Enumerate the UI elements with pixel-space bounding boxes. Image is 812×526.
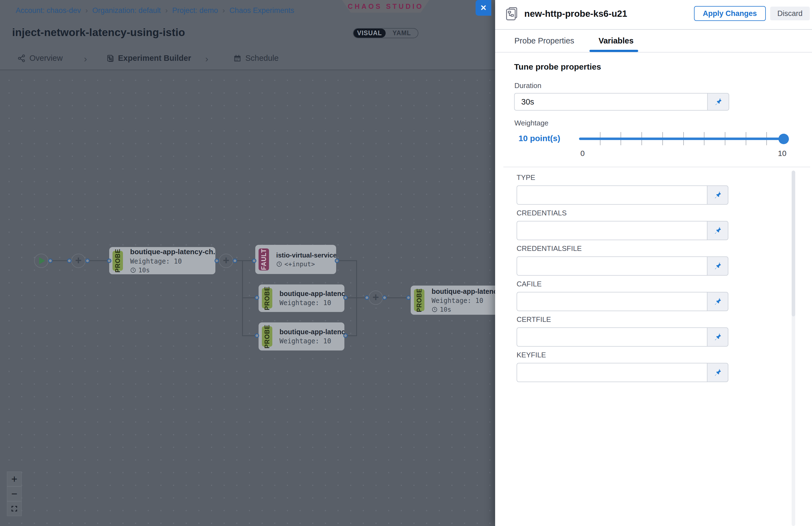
pin-icon	[713, 368, 722, 377]
toggle-visual[interactable]: VISUAL	[353, 29, 386, 38]
fullscreen-button[interactable]	[7, 501, 22, 516]
port[interactable]	[107, 259, 112, 263]
type-input[interactable]	[517, 186, 707, 205]
scrollbar-thumb[interactable]	[792, 171, 795, 316]
probe-node-card[interactable]: PROBE boutique-app-latency-ch... Weighta…	[411, 286, 499, 315]
duration-pin-button[interactable]	[707, 93, 729, 111]
probe-badge: PROBE	[113, 251, 123, 271]
tab-probe-properties[interactable]: Probe Properties	[514, 36, 574, 45]
clock-icon	[432, 306, 438, 312]
port[interactable]	[252, 259, 256, 263]
variable-label-keyfile: KEYFILE	[517, 351, 546, 359]
fault-node-card[interactable]: FAULT istio-virtual-service-crea... <+in…	[255, 245, 336, 274]
zoom-out-button[interactable]: −	[7, 486, 22, 501]
keyfile-input[interactable]	[517, 363, 707, 382]
zoom-in-icon: +	[11, 473, 17, 485]
toggle-yaml[interactable]: YAML	[386, 29, 418, 38]
port[interactable]	[255, 333, 259, 338]
pin-icon	[713, 297, 722, 306]
port[interactable]	[406, 295, 411, 300]
port[interactable]	[215, 259, 219, 263]
start-play-button[interactable]	[34, 254, 48, 268]
add-node-button[interactable]: +	[219, 254, 233, 268]
slider-min-label: 0	[580, 149, 585, 158]
schedule-calendar-icon	[233, 54, 242, 62]
zoom-out-icon: −	[11, 488, 17, 500]
variable-label-type: TYPE	[517, 173, 535, 182]
port[interactable]	[85, 259, 90, 263]
port[interactable]	[365, 295, 369, 300]
clock-icon	[130, 267, 136, 273]
breadcrumb-chaos-experiments[interactable]: Chaos Experiments	[229, 6, 294, 15]
fault-badge: FAULT	[259, 248, 269, 271]
probe-node-card[interactable]: PROBE boutique-app-latency-ch... Weighta…	[259, 284, 344, 312]
port[interactable]	[343, 333, 348, 338]
port[interactable]	[48, 259, 53, 263]
tab-overview[interactable]: Overview	[17, 47, 63, 70]
variable-label-credentials: CREDENTIALS	[517, 209, 567, 217]
zoom-in-button[interactable]: +	[7, 471, 22, 486]
breadcrumb-separator-icon: ›	[165, 6, 168, 15]
tab-experiment-builder-label: Experiment Builder	[118, 54, 191, 63]
divider	[503, 167, 810, 167]
apply-changes-button[interactable]: Apply Changes	[694, 6, 766, 21]
cafile-input[interactable]	[517, 292, 707, 311]
add-node-button[interactable]: +	[71, 254, 86, 268]
port[interactable]	[382, 295, 387, 300]
plus-icon: +	[75, 255, 82, 266]
variable-input-group-credentialsfile	[517, 257, 728, 276]
port[interactable]	[67, 259, 72, 263]
breadcrumb-account[interactable]: Account: chaos-dev	[16, 6, 81, 15]
visual-yaml-toggle[interactable]: VISUAL YAML	[353, 28, 418, 38]
slider-thumb[interactable]	[779, 134, 789, 144]
breadcrumb-organization[interactable]: Organization: default	[92, 6, 161, 15]
node-duration: 10s	[130, 266, 215, 274]
port[interactable]	[255, 295, 259, 300]
weightage-label: Weightage	[514, 119, 549, 127]
probe-node-card[interactable]: PROBE boutique-app-latency-ch... Weighta…	[109, 247, 215, 274]
breadcrumb-separator-icon: ›	[222, 6, 225, 15]
tab-experiment-builder[interactable]: Experiment Builder	[106, 47, 191, 70]
node-title: istio-virtual-service-crea...	[276, 251, 336, 259]
close-icon: ✕	[480, 3, 487, 12]
tab-schedule[interactable]: Schedule	[233, 47, 279, 70]
credentials-pin-button[interactable]	[707, 221, 728, 240]
probe-badge: PROBE	[262, 326, 272, 347]
keyfile-pin-button[interactable]	[707, 363, 728, 382]
port[interactable]	[335, 259, 339, 263]
edge	[339, 260, 357, 261]
port[interactable]	[233, 259, 237, 263]
credentialsfile-pin-button[interactable]	[707, 257, 728, 276]
fullscreen-icon	[11, 505, 18, 512]
breadcrumb-project[interactable]: Project: demo	[172, 6, 218, 15]
slider-max-label: 10	[778, 149, 786, 158]
certfile-pin-button[interactable]	[707, 327, 728, 347]
pin-icon	[713, 191, 722, 199]
tab-variables[interactable]: Variables	[598, 36, 634, 45]
probe-config-drawer: new-http-probe-ks6-u21 Apply Changes Dis…	[495, 0, 812, 526]
cafile-pin-button[interactable]	[707, 292, 728, 311]
weightage-value: 10 point(s)	[519, 134, 560, 143]
node-title: boutique-app-latency-ch...	[130, 248, 215, 256]
probe-name-title: new-http-probe-ks6-u21	[524, 9, 627, 19]
certfile-input[interactable]	[517, 327, 707, 347]
slider-track[interactable]	[579, 137, 787, 140]
edge	[346, 335, 357, 336]
tab-schedule-label: Schedule	[245, 54, 279, 63]
discard-button[interactable]: Discard	[770, 6, 810, 20]
type-pin-button[interactable]	[707, 186, 728, 205]
plus-icon: +	[223, 255, 229, 266]
tab-overview-label: Overview	[29, 54, 63, 63]
duration-input[interactable]	[514, 93, 707, 111]
credentialsfile-input[interactable]	[517, 257, 707, 276]
port[interactable]	[343, 295, 348, 300]
chevron-right-icon: ›	[205, 53, 208, 64]
drawer-scrollbar[interactable]	[792, 171, 795, 526]
add-node-button[interactable]: +	[368, 291, 383, 305]
edge	[50, 260, 69, 261]
probe-node-card[interactable]: PROBE boutique-app-latency-ch... Weighta…	[259, 322, 344, 350]
weightage-slider[interactable]	[579, 132, 787, 148]
pin-icon	[713, 227, 722, 235]
credentials-input[interactable]	[517, 221, 707, 240]
close-drawer-button[interactable]: ✕	[476, 0, 491, 16]
